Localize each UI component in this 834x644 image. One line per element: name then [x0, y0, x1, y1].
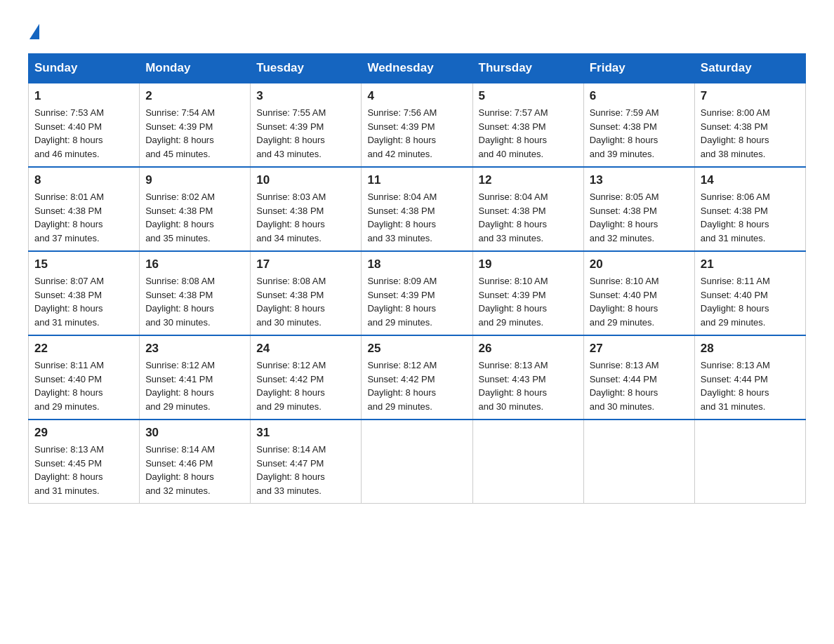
calendar-day-cell: 19 Sunrise: 8:10 AM Sunset: 4:39 PM Dayl…	[472, 251, 583, 335]
day-number: 6	[590, 89, 689, 103]
calendar-day-cell: 26 Sunrise: 8:13 AM Sunset: 4:43 PM Dayl…	[472, 335, 583, 420]
calendar-day-cell: 25 Sunrise: 8:12 AM Sunset: 4:42 PM Dayl…	[362, 335, 472, 420]
day-number: 12	[479, 173, 578, 187]
calendar-week-row: 15 Sunrise: 8:07 AM Sunset: 4:38 PM Dayl…	[29, 251, 806, 335]
calendar-day-cell: 28 Sunrise: 8:13 AM Sunset: 4:44 PM Dayl…	[694, 335, 805, 420]
day-info: Sunrise: 8:07 AM Sunset: 4:38 PM Dayligh…	[34, 274, 133, 329]
day-number: 28	[701, 342, 800, 356]
empty-cell	[472, 420, 583, 504]
day-number: 18	[367, 257, 466, 271]
day-number: 7	[701, 89, 800, 103]
logo-triangle-icon	[29, 24, 39, 39]
calendar-day-cell: 3 Sunrise: 7:55 AM Sunset: 4:39 PM Dayli…	[251, 83, 362, 167]
empty-cell	[362, 420, 472, 504]
calendar-day-cell: 21 Sunrise: 8:11 AM Sunset: 4:40 PM Dayl…	[694, 251, 805, 335]
col-header-sunday: Sunday	[29, 54, 140, 83]
day-number: 5	[479, 89, 578, 103]
day-info: Sunrise: 7:55 AM Sunset: 4:39 PM Dayligh…	[256, 106, 355, 161]
col-header-thursday: Thursday	[472, 54, 583, 83]
col-header-monday: Monday	[140, 54, 251, 83]
calendar-day-cell: 2 Sunrise: 7:54 AM Sunset: 4:39 PM Dayli…	[140, 83, 251, 167]
calendar-day-cell: 16 Sunrise: 8:08 AM Sunset: 4:38 PM Dayl…	[140, 251, 251, 335]
day-info: Sunrise: 7:56 AM Sunset: 4:39 PM Dayligh…	[367, 106, 466, 161]
day-number: 23	[145, 342, 244, 356]
calendar-day-cell: 13 Sunrise: 8:05 AM Sunset: 4:38 PM Dayl…	[583, 167, 694, 251]
col-header-friday: Friday	[583, 54, 694, 83]
day-info: Sunrise: 8:02 AM Sunset: 4:38 PM Dayligh…	[145, 190, 244, 245]
day-info: Sunrise: 8:06 AM Sunset: 4:38 PM Dayligh…	[701, 190, 800, 245]
day-number: 17	[256, 257, 355, 271]
calendar-day-cell: 4 Sunrise: 7:56 AM Sunset: 4:39 PM Dayli…	[362, 83, 472, 167]
day-info: Sunrise: 8:10 AM Sunset: 4:40 PM Dayligh…	[590, 274, 689, 329]
day-info: Sunrise: 7:54 AM Sunset: 4:39 PM Dayligh…	[145, 106, 244, 161]
calendar-day-cell: 31 Sunrise: 8:14 AM Sunset: 4:47 PM Dayl…	[251, 420, 362, 504]
day-info: Sunrise: 8:13 AM Sunset: 4:44 PM Dayligh…	[590, 358, 689, 413]
calendar-day-cell: 1 Sunrise: 7:53 AM Sunset: 4:40 PM Dayli…	[29, 83, 140, 167]
calendar-day-cell: 24 Sunrise: 8:12 AM Sunset: 4:42 PM Dayl…	[251, 335, 362, 420]
calendar-day-cell: 9 Sunrise: 8:02 AM Sunset: 4:38 PM Dayli…	[140, 167, 251, 251]
calendar-day-cell: 23 Sunrise: 8:12 AM Sunset: 4:41 PM Dayl…	[140, 335, 251, 420]
day-number: 11	[367, 173, 466, 187]
day-number: 22	[34, 342, 133, 356]
day-number: 13	[590, 173, 689, 187]
day-info: Sunrise: 8:11 AM Sunset: 4:40 PM Dayligh…	[34, 358, 133, 413]
day-info: Sunrise: 8:05 AM Sunset: 4:38 PM Dayligh…	[590, 190, 689, 245]
calendar-day-cell: 10 Sunrise: 8:03 AM Sunset: 4:38 PM Dayl…	[251, 167, 362, 251]
calendar-day-cell: 17 Sunrise: 8:08 AM Sunset: 4:38 PM Dayl…	[251, 251, 362, 335]
calendar-day-cell: 18 Sunrise: 8:09 AM Sunset: 4:39 PM Dayl…	[362, 251, 472, 335]
calendar-week-row: 8 Sunrise: 8:01 AM Sunset: 4:38 PM Dayli…	[29, 167, 806, 251]
col-header-tuesday: Tuesday	[251, 54, 362, 83]
calendar-week-row: 22 Sunrise: 8:11 AM Sunset: 4:40 PM Dayl…	[29, 335, 806, 420]
day-info: Sunrise: 8:04 AM Sunset: 4:38 PM Dayligh…	[367, 190, 466, 245]
day-info: Sunrise: 8:12 AM Sunset: 4:42 PM Dayligh…	[256, 358, 355, 413]
day-number: 26	[479, 342, 578, 356]
day-info: Sunrise: 8:08 AM Sunset: 4:38 PM Dayligh…	[256, 274, 355, 329]
col-header-saturday: Saturday	[694, 54, 805, 83]
calendar-day-cell: 15 Sunrise: 8:07 AM Sunset: 4:38 PM Dayl…	[29, 251, 140, 335]
day-number: 4	[367, 89, 466, 103]
day-number: 30	[145, 426, 244, 440]
day-info: Sunrise: 8:12 AM Sunset: 4:41 PM Dayligh…	[145, 358, 244, 413]
day-number: 2	[145, 89, 244, 103]
day-info: Sunrise: 8:09 AM Sunset: 4:39 PM Dayligh…	[367, 274, 466, 329]
day-info: Sunrise: 8:01 AM Sunset: 4:38 PM Dayligh…	[34, 190, 133, 245]
day-number: 24	[256, 342, 355, 356]
calendar-day-cell: 6 Sunrise: 7:59 AM Sunset: 4:38 PM Dayli…	[583, 83, 694, 167]
calendar-day-cell: 22 Sunrise: 8:11 AM Sunset: 4:40 PM Dayl…	[29, 335, 140, 420]
day-info: Sunrise: 8:14 AM Sunset: 4:47 PM Dayligh…	[256, 443, 355, 497]
day-number: 25	[367, 342, 466, 356]
day-number: 8	[34, 173, 133, 187]
page-header	[28, 21, 806, 39]
logo	[28, 21, 39, 39]
empty-cell	[583, 420, 694, 504]
day-number: 19	[479, 257, 578, 271]
day-info: Sunrise: 7:53 AM Sunset: 4:40 PM Dayligh…	[34, 106, 133, 161]
day-number: 31	[256, 426, 355, 440]
day-info: Sunrise: 8:13 AM Sunset: 4:45 PM Dayligh…	[34, 443, 133, 497]
calendar-day-cell: 12 Sunrise: 8:04 AM Sunset: 4:38 PM Dayl…	[472, 167, 583, 251]
day-info: Sunrise: 8:14 AM Sunset: 4:46 PM Dayligh…	[145, 443, 244, 497]
calendar-day-cell: 27 Sunrise: 8:13 AM Sunset: 4:44 PM Dayl…	[583, 335, 694, 420]
day-number: 29	[34, 426, 133, 440]
day-info: Sunrise: 8:13 AM Sunset: 4:44 PM Dayligh…	[701, 358, 800, 413]
day-info: Sunrise: 7:59 AM Sunset: 4:38 PM Dayligh…	[590, 106, 689, 161]
day-info: Sunrise: 8:00 AM Sunset: 4:38 PM Dayligh…	[701, 106, 800, 161]
day-info: Sunrise: 7:57 AM Sunset: 4:38 PM Dayligh…	[479, 106, 578, 161]
day-number: 21	[701, 257, 800, 271]
day-info: Sunrise: 8:11 AM Sunset: 4:40 PM Dayligh…	[701, 274, 800, 329]
col-header-wednesday: Wednesday	[362, 54, 472, 83]
calendar-day-cell: 11 Sunrise: 8:04 AM Sunset: 4:38 PM Dayl…	[362, 167, 472, 251]
day-number: 20	[590, 257, 689, 271]
calendar-day-cell: 8 Sunrise: 8:01 AM Sunset: 4:38 PM Dayli…	[29, 167, 140, 251]
day-info: Sunrise: 8:08 AM Sunset: 4:38 PM Dayligh…	[145, 274, 244, 329]
day-info: Sunrise: 8:04 AM Sunset: 4:38 PM Dayligh…	[479, 190, 578, 245]
calendar-day-cell: 7 Sunrise: 8:00 AM Sunset: 4:38 PM Dayli…	[694, 83, 805, 167]
day-info: Sunrise: 8:12 AM Sunset: 4:42 PM Dayligh…	[367, 358, 466, 413]
day-number: 27	[590, 342, 689, 356]
calendar-day-cell: 20 Sunrise: 8:10 AM Sunset: 4:40 PM Dayl…	[583, 251, 694, 335]
calendar-week-row: 29 Sunrise: 8:13 AM Sunset: 4:45 PM Dayl…	[29, 420, 806, 504]
day-info: Sunrise: 8:10 AM Sunset: 4:39 PM Dayligh…	[479, 274, 578, 329]
day-number: 14	[701, 173, 800, 187]
day-info: Sunrise: 8:13 AM Sunset: 4:43 PM Dayligh…	[479, 358, 578, 413]
calendar-header-row: SundayMondayTuesdayWednesdayThursdayFrid…	[29, 54, 806, 83]
